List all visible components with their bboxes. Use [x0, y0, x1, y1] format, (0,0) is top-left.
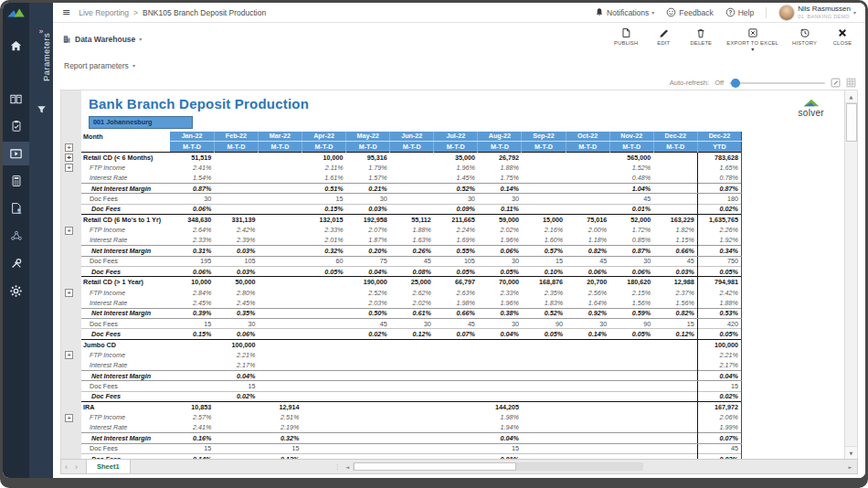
report-cell[interactable] [390, 443, 434, 453]
report-cell[interactable] [522, 422, 566, 432]
report-cell[interactable] [478, 391, 522, 401]
notifications-button[interactable]: Notifications ▾ [595, 7, 654, 17]
report-cell[interactable] [214, 194, 258, 204]
report-cell[interactable]: 45 [566, 256, 609, 266]
report-cell[interactable]: 1.98% [478, 412, 522, 422]
report-cell[interactable]: 0.01% [609, 204, 653, 214]
sidebar-item-budgeting[interactable] [3, 169, 29, 193]
report-cell[interactable]: 0.85% [609, 235, 653, 245]
report-cell[interactable] [653, 163, 697, 173]
report-cell[interactable]: 0.06% [170, 267, 214, 277]
report-cell[interactable]: 180 [697, 194, 741, 204]
horizontal-scrollbar-thumb[interactable] [354, 462, 516, 471]
report-cell[interactable] [522, 204, 566, 214]
report-cell[interactable]: 0.15% [170, 329, 214, 339]
report-cell[interactable] [214, 204, 258, 214]
column-header[interactable]: Oct-22 [566, 132, 609, 142]
report-cell[interactable]: 0.15% [302, 204, 346, 214]
report-cell[interactable]: 2.21% [697, 350, 741, 360]
outline-expand-button[interactable]: + [65, 227, 73, 235]
breadcrumb-section[interactable]: Live Reporting [79, 8, 129, 17]
report-cell[interactable] [258, 308, 302, 318]
report-cell[interactable] [522, 402, 566, 412]
report-cell[interactable] [346, 370, 390, 380]
report-cell[interactable] [522, 412, 566, 422]
report-cell[interactable]: 2.57% [170, 412, 214, 422]
report-cell[interactable]: 15 [522, 256, 566, 266]
report-cell[interactable]: 10,000 [302, 152, 346, 162]
report-cell[interactable]: 2.45% [214, 298, 258, 308]
report-cell[interactable]: 70,000 [478, 277, 522, 287]
report-cell[interactable]: 0.05% [697, 329, 741, 339]
column-header[interactable]: Feb-22 [214, 132, 258, 142]
report-cell[interactable]: 565,000 [609, 152, 653, 162]
report-cell[interactable] [302, 350, 346, 360]
report-cell[interactable]: 0.08% [390, 267, 434, 277]
report-cell[interactable] [390, 173, 434, 183]
report-cell[interactable] [653, 433, 697, 443]
report-cell[interactable]: 0.48% [609, 173, 653, 183]
report-cell[interactable] [566, 163, 609, 173]
report-cell[interactable] [302, 370, 346, 380]
report-cell[interactable] [566, 402, 609, 412]
report-cell[interactable]: 1.61% [302, 173, 346, 183]
report-cell[interactable]: 1,635,765 [697, 215, 741, 225]
sheet-tab-sheet1[interactable]: Sheet1 [86, 460, 131, 473]
sheet-nav-left-icon[interactable]: ‹ [61, 462, 71, 472]
report-cell[interactable]: 2.02% [390, 298, 434, 308]
hamburger-menu-icon[interactable]: ≡ [62, 6, 70, 18]
sidebar-item-settings[interactable] [3, 279, 29, 302]
sidebar-item-home[interactable] [3, 34, 29, 58]
report-cell[interactable]: 2.52% [346, 287, 390, 297]
report-cell[interactable]: 1.82% [653, 225, 697, 235]
report-cell[interactable] [390, 152, 434, 162]
sidebar-item-live-reporting[interactable] [3, 142, 29, 165]
report-cell[interactable] [566, 391, 609, 401]
filter-funnel-icon[interactable] [29, 105, 53, 114]
column-header[interactable]: Dec-22 [697, 132, 741, 142]
outline-expand-button[interactable]: + [65, 351, 73, 359]
report-cell[interactable] [258, 319, 302, 329]
report-cell[interactable]: 0.05% [434, 267, 478, 277]
report-cell[interactable] [566, 204, 609, 214]
report-cell[interactable]: 0.02% [697, 204, 741, 214]
report-cell[interactable]: 2.41% [170, 163, 214, 173]
report-cell[interactable] [566, 194, 609, 204]
report-cell[interactable]: 1.63% [390, 235, 434, 245]
report-cell[interactable]: 0.02% [697, 391, 741, 401]
report-cell[interactable]: 1.57% [346, 173, 390, 183]
column-subheader[interactable]: M-T-D [566, 142, 609, 152]
report-cell[interactable]: 2.06% [697, 412, 741, 422]
report-cell[interactable] [653, 173, 697, 183]
report-cell[interactable] [170, 339, 214, 349]
column-header[interactable]: Sep-22 [522, 132, 566, 142]
report-cell[interactable]: 2.33% [170, 235, 214, 245]
report-cell[interactable] [522, 339, 566, 349]
report-cell[interactable] [170, 360, 214, 370]
report-cell[interactable]: 2.37% [653, 287, 697, 297]
datasource-selector[interactable]: Data Warehouse ▾ [62, 35, 142, 44]
report-cell[interactable]: 30 [566, 319, 609, 329]
report-cell[interactable]: 0.05% [522, 329, 566, 339]
report-cell[interactable] [258, 152, 302, 162]
report-cell[interactable]: 0.38% [478, 308, 522, 318]
report-cell[interactable]: 0.07% [697, 433, 741, 443]
report-cell[interactable] [653, 339, 697, 349]
report-cell[interactable]: 1.98% [434, 298, 478, 308]
report-cell[interactable]: 30 [390, 319, 434, 329]
report-cell[interactable]: 105 [434, 256, 478, 266]
report-cell[interactable]: 30 [478, 194, 522, 204]
column-subheader[interactable]: M-T-D [170, 142, 214, 152]
report-cell[interactable] [434, 391, 478, 401]
report-cell[interactable]: 0.78% [697, 173, 741, 183]
report-cell[interactable]: 2.56% [566, 287, 609, 297]
report-cell[interactable] [170, 391, 214, 401]
report-cell[interactable]: 15 [653, 319, 697, 329]
report-cell[interactable]: 1.18% [566, 235, 609, 245]
column-header[interactable]: Dec-22 [653, 132, 697, 142]
report-cell[interactable] [609, 402, 653, 412]
report-cell[interactable] [609, 381, 653, 391]
scroll-left-button[interactable]: ◄ [343, 464, 353, 470]
report-cell[interactable]: 30 [478, 319, 522, 329]
report-cell[interactable]: 420 [697, 319, 741, 329]
